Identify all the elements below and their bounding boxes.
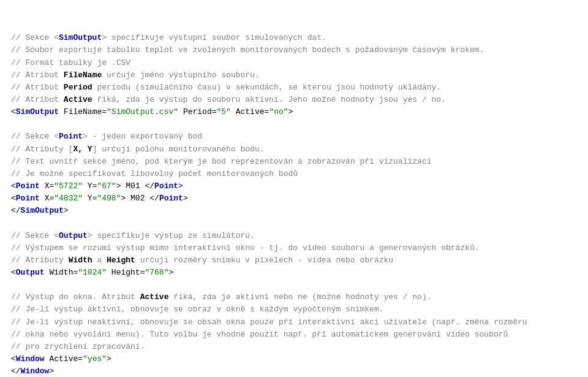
- comment-text: > - jeden exportovaný bod: [83, 132, 202, 141]
- bold-keyword: Height: [107, 256, 135, 265]
- tag-bracket: >: [178, 181, 183, 191]
- tag-name: SimOutput: [21, 206, 64, 215]
- tag-name: Output: [59, 231, 88, 240]
- attr-value: "768": [145, 268, 168, 277]
- code-line: // Atributy [X, Y] určují polohu monitor…: [11, 143, 577, 156]
- comment-text: určují rozměry snimku v pixelech - videa…: [135, 256, 393, 265]
- attr-name: Y=: [83, 181, 97, 191]
- code-line: // Text uvnitř sekce jméno, pod kterým j…: [11, 156, 577, 168]
- comment-text: // Výstup do okna. Atribut: [11, 292, 140, 302]
- code-line: // Atributy Width a Height určují rozměr…: [11, 254, 577, 267]
- tag-bracket: >: [288, 107, 293, 116]
- comment-text: // Atributy: [11, 256, 69, 265]
- comment-text: ] určují polohu monitorovaného bodu.: [92, 145, 265, 154]
- code-line: <Point X="4832" Y="498"> M02 </Point>: [11, 192, 577, 205]
- tag-name: Point: [159, 194, 183, 203]
- tag-name: Point: [16, 194, 40, 203]
- tag-bracket: > M01 </: [116, 181, 154, 191]
- comment-text: // Sekce <: [11, 132, 59, 141]
- comment-text: // Atribut: [11, 83, 64, 92]
- comment-text: // Výstupem se rozumí výstup mimo intera…: [11, 243, 480, 253]
- comment-text: // Atribut: [11, 70, 64, 80]
- code-line: // Atribut Period periodu (simulačního č…: [11, 82, 577, 94]
- attr-name: Y=: [83, 194, 97, 203]
- code-line: // Sekce <SimOutput> specifikuje výstupn…: [11, 32, 577, 44]
- code-line: // Sekce <Output> specifikuje výstup ze …: [11, 230, 577, 242]
- tag-name: SimOutput: [59, 33, 102, 42]
- attr-value: "5": [217, 107, 231, 116]
- comment-text: > specifikuje výstupní soubor simulovaný…: [102, 33, 326, 42]
- tag-bracket: <: [11, 194, 16, 203]
- code-line: [11, 217, 577, 229]
- tag-bracket: >: [49, 367, 54, 376]
- code-line: <Output Width="1024" Height="768">: [11, 267, 577, 279]
- attr-name: FileName=: [59, 107, 107, 116]
- comment-text: // pro zrychlení zpracování.: [11, 342, 145, 351]
- comment-text: // Soubor exportuje tabulku teplot ve zv…: [11, 45, 484, 55]
- bold-keyword: X, Y: [73, 145, 92, 154]
- attr-name: Period=: [178, 107, 216, 116]
- code-line: <SimOutput FileName="SimOutput.csv" Peri…: [11, 106, 577, 118]
- code-line: [11, 118, 577, 131]
- tag-bracket: </: [11, 367, 21, 376]
- code-line: // pro zrychlení zpracování.: [11, 341, 577, 353]
- tag-name: Window: [21, 367, 50, 376]
- tag-name: Point: [154, 181, 178, 191]
- attr-value: "498": [97, 194, 121, 203]
- tag-name: Output: [16, 268, 45, 277]
- code-line: // Atribut Active říká, zda je výstup do…: [11, 94, 577, 106]
- comment-text: > specifikuje výstup ze simulátoru.: [88, 231, 255, 240]
- comment-text: // Je možné specifikovat libovolný počet…: [11, 169, 298, 178]
- tag-name: Point: [59, 132, 83, 141]
- tag-bracket: >: [183, 194, 188, 203]
- comment-text: // Sekce <: [11, 231, 59, 240]
- attr-value: "yes": [83, 354, 107, 364]
- attr-name: X=: [40, 181, 54, 191]
- attr-name: Height=: [107, 268, 145, 277]
- tag-bracket: <: [11, 268, 16, 277]
- tag-bracket: <: [11, 181, 16, 191]
- comment-text: // Atributy [: [11, 145, 73, 154]
- code-display: // Sekce <SimOutput> specifikuje výstupn…: [0, 0, 588, 377]
- code-line: // Atribut FileName určuje jméno výstupn…: [11, 69, 577, 82]
- tag-bracket: >: [107, 354, 111, 364]
- tag-name: SimOutput: [16, 107, 59, 116]
- comment-text: // Je-li výstup aktivní, obnovuje se obr…: [11, 305, 384, 314]
- code-line: // Sekce <Point> - jeden exportovaný bod: [11, 131, 577, 143]
- attr-value: "67": [97, 181, 116, 191]
- tag-name: Window: [16, 354, 45, 364]
- code-line: // Je možné specifikovat libovolný počet…: [11, 168, 577, 180]
- attr-value: "5722": [54, 181, 83, 191]
- tag-bracket: > M02 </: [121, 194, 159, 203]
- bold-keyword: FileName: [64, 70, 102, 80]
- attr-name: Active=: [231, 107, 269, 116]
- code-line: // Je-li výstup aktivní, obnovuje se obr…: [11, 303, 577, 316]
- code-line: [11, 279, 577, 291]
- comment-text: // Atribut: [11, 95, 64, 104]
- code-line: </SimOutput>: [11, 205, 577, 217]
- comment-text: // Formát tabulky je .CSV: [11, 58, 130, 67]
- tag-bracket: >: [64, 206, 69, 215]
- code-line: // Výstupem se rozumí výstup mimo intera…: [11, 242, 577, 254]
- attr-name: X=: [40, 194, 54, 203]
- comment-text: // Je-li výstup neaktivní, obnovuje se o…: [11, 318, 527, 327]
- code-line: </Window>: [11, 365, 577, 377]
- code-line: // Je-li výstup neaktivní, obnovuje se o…: [11, 316, 577, 329]
- attr-value: "4832": [54, 194, 83, 203]
- comment-text: a: [92, 256, 107, 265]
- comment-text: // Text uvnitř sekce jméno, pod kterým j…: [11, 157, 432, 166]
- comment-text: říká, zda je aktivní nebo ne (možné hodn…: [168, 292, 431, 302]
- bold-keyword: Width: [69, 256, 92, 265]
- attr-value: "SimOutput.csv": [107, 107, 178, 116]
- bold-keyword: Period: [64, 83, 92, 92]
- comment-text: určuje jméno výstupního souboru.: [102, 70, 259, 80]
- attr-value: "1024": [78, 268, 107, 277]
- comment-text: periodu (simulačního času) v sekundách, …: [92, 83, 442, 92]
- comment-text: // okna nebo vyvolání menu). Tuto volbu …: [11, 330, 508, 339]
- active-keyword: Active: [140, 292, 169, 302]
- active-keyword: Active: [64, 95, 92, 104]
- code-line: // Soubor exportuje tabulku teplot ve zv…: [11, 44, 577, 56]
- tag-bracket: >: [168, 268, 173, 277]
- attr-name: Width=: [45, 268, 78, 277]
- tag-bracket: <: [11, 107, 16, 116]
